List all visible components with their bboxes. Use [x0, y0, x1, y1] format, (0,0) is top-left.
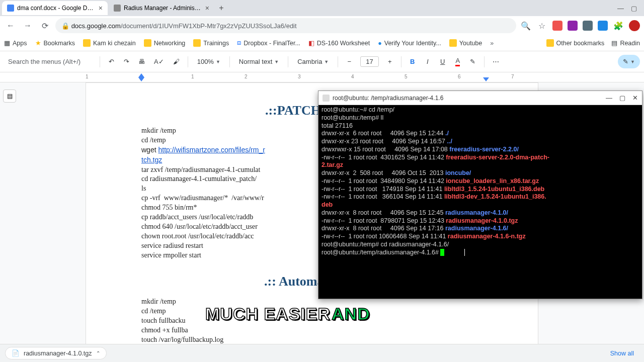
url-host: docs.google.com: [71, 22, 121, 30]
url-path: /document/d/1IUVmFW1XbP-Mtr7gx2zVpZUU3Ss…: [121, 22, 297, 30]
print-button[interactable]: 🖶: [135, 56, 148, 67]
underline-button[interactable]: U: [437, 56, 449, 67]
other-bookmarks[interactable]: Other bookmarks: [546, 39, 605, 47]
terminal-titlebar[interactable]: root@ubuntu: /temp/radiusmanager-4.1.6 —…: [318, 91, 642, 105]
font-size-input[interactable]: 17: [360, 56, 378, 67]
close-icon[interactable]: ×: [205, 4, 209, 12]
reading-list[interactable]: ▤Readin: [611, 39, 640, 47]
undo-button[interactable]: ↶: [105, 56, 117, 67]
bookmark-item[interactable]: ⧈Dropbox - FinalTer...: [237, 39, 300, 47]
chevron-up-icon[interactable]: ⌃: [96, 350, 100, 356]
close-icon[interactable]: ✕: [632, 94, 638, 102]
dropbox-icon: ⧈: [237, 39, 241, 47]
apps-icon: ▦: [4, 39, 10, 47]
bookmarks-bar: ▦ Apps ★Bookmarks Kam ki chezain Network…: [0, 35, 644, 51]
address-bar: ← → ⟳ 🔒 docs.google.com /document/d/1IUV…: [0, 16, 644, 35]
style-select[interactable]: Normal text▼: [235, 56, 283, 67]
search-menus-input[interactable]: Search the menus (Alt+/): [4, 56, 95, 67]
overflow-icon[interactable]: »: [490, 40, 494, 47]
new-tab-button[interactable]: +: [215, 2, 227, 14]
extensions-menu-icon[interactable]: 🧩: [613, 20, 624, 31]
text-color-button[interactable]: A: [452, 55, 464, 68]
tab-bar: dma conf.docx - Google Docs × Radius Man…: [0, 0, 644, 16]
bookmark-folder[interactable]: Networking: [144, 39, 186, 47]
back-button[interactable]: ←: [4, 19, 17, 32]
profile-avatar[interactable]: [629, 20, 640, 31]
pencil-icon: ✎: [623, 58, 628, 65]
download-item[interactable]: 📄 radiusmanager-4.1.0.tgz ⌃: [5, 347, 107, 359]
apps-button[interactable]: ▦ Apps: [4, 39, 27, 47]
putty-icon: [323, 95, 330, 102]
bookmark-folder[interactable]: Youtube: [449, 39, 482, 47]
folder-icon: [449, 39, 457, 47]
font-size-dec[interactable]: −: [343, 56, 355, 67]
docs-favicon: [7, 5, 14, 12]
star-icon: ★: [35, 39, 41, 47]
minimize-icon[interactable]: —: [606, 94, 612, 102]
extension-icon[interactable]: [598, 21, 608, 31]
spellcheck-button[interactable]: A✓: [151, 56, 167, 67]
url-input[interactable]: 🔒 docs.google.com /document/d/1IUVmFW1Xb…: [55, 18, 516, 33]
file-icon: 📄: [12, 349, 20, 357]
folder-icon: [144, 39, 151, 47]
left-indent-marker[interactable]: [138, 77, 144, 81]
tab-title: dma conf.docx - Google Docs: [17, 5, 95, 12]
show-all-downloads[interactable]: Show all: [605, 348, 639, 359]
bookmark-star-icon[interactable]: ☆: [536, 20, 547, 31]
bold-button[interactable]: B: [407, 56, 419, 67]
download-bar: 📄 radiusmanager-4.1.0.tgz ⌃ Show all: [0, 344, 644, 362]
extension-icon[interactable]: [552, 21, 562, 31]
page-icon: ◧: [308, 39, 314, 47]
window-controls: — ▢: [610, 5, 642, 12]
terminal-title: root@ubuntu: /temp/radiusmanager-4.1.6: [333, 95, 443, 102]
extension-icon[interactable]: [568, 21, 578, 31]
bookmark-folder[interactable]: Trainings: [193, 39, 229, 47]
tab-docs[interactable]: dma conf.docx - Google Docs ×: [2, 1, 108, 15]
download-filename: radiusmanager-4.1.0.tgz: [24, 350, 92, 357]
minimize-icon[interactable]: —: [617, 5, 624, 12]
folder-icon: [83, 39, 91, 47]
video-caption: MUCH EASIERAND: [205, 304, 370, 324]
chevron-down-icon: ▼: [630, 59, 635, 64]
zoom-select[interactable]: 100%▼: [193, 56, 224, 67]
verify-icon: ●: [378, 40, 382, 47]
first-line-indent-marker[interactable]: [138, 73, 144, 77]
editing-mode-button[interactable]: ✎ ▼: [618, 55, 640, 68]
docs-toolbar: Search the menus (Alt+/) ↶ ↷ 🖶 A✓ 🖌 100%…: [0, 51, 644, 72]
bookmark-item[interactable]: ★Bookmarks: [35, 39, 75, 47]
right-indent-marker[interactable]: [483, 77, 489, 81]
maximize-icon[interactable]: ▢: [619, 94, 625, 102]
page-favicon: [114, 5, 121, 12]
reload-button[interactable]: ⟳: [38, 19, 51, 32]
chevron-down-icon: ▼: [324, 59, 329, 64]
bookmark-item[interactable]: ●Verify Your Identity...: [378, 40, 441, 47]
font-select[interactable]: Cambria▼: [293, 56, 333, 67]
folder-icon: [546, 39, 554, 47]
terminal-content[interactable]: root@ubuntu:~# cd /temp/root@ubuntu:/tem…: [318, 105, 642, 257]
ruler[interactable]: 1 1 2 3 4 5 6 7: [0, 72, 644, 82]
highlight-button[interactable]: ✎: [467, 56, 479, 67]
forward-button[interactable]: →: [21, 19, 34, 32]
reading-list-icon: ▤: [611, 39, 617, 47]
zoom-icon[interactable]: 🔍: [520, 20, 531, 31]
extension-icon[interactable]: [583, 21, 593, 31]
bookmark-folder[interactable]: Kam ki chezain: [83, 39, 136, 47]
chevron-down-icon: ▼: [216, 59, 220, 64]
terminal-window[interactable]: root@ubuntu: /temp/radiusmanager-4.1.6 —…: [318, 90, 642, 299]
more-button[interactable]: ⋯: [490, 56, 502, 67]
tab-radius[interactable]: Radius Manager - Administratio ×: [109, 1, 214, 15]
browser-chrome: dma conf.docx - Google Docs × Radius Man…: [0, 0, 644, 51]
close-icon[interactable]: ×: [99, 4, 103, 12]
bookmark-item[interactable]: ◧DS-160 Worksheet: [308, 39, 370, 47]
font-size-inc[interactable]: +: [384, 56, 396, 67]
outline-toggle[interactable]: ▤: [3, 89, 16, 103]
paint-format-button[interactable]: 🖌: [170, 56, 183, 67]
folder-icon: [193, 39, 201, 47]
italic-button[interactable]: I: [422, 56, 434, 67]
redo-button[interactable]: ↷: [120, 56, 132, 67]
tab-title: Radius Manager - Administratio: [124, 5, 201, 12]
chevron-down-icon: ▼: [274, 59, 279, 64]
maximize-icon[interactable]: ▢: [631, 5, 637, 12]
